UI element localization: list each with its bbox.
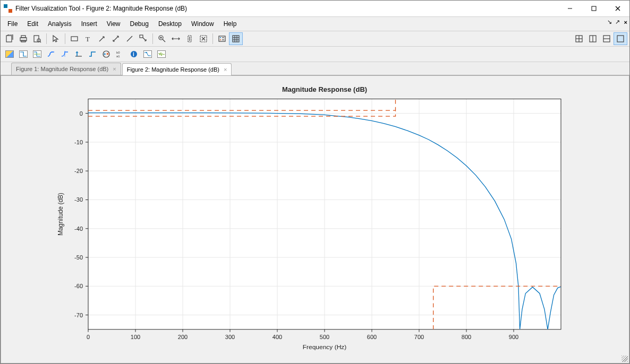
figure-toolbar: T — [1, 31, 629, 47]
svg-text:-20: -20 — [74, 168, 83, 174]
figure-tabbar: Figure 1: Magnitude Response (dB) × Figu… — [1, 62, 629, 75]
print-button[interactable] — [16, 32, 30, 45]
menubar: File Edit Analysis Insert View Debug Des… — [1, 17, 629, 31]
figure-tab-1-close-icon[interactable]: × — [113, 66, 116, 72]
svg-text:500: 500 — [320, 334, 329, 340]
svg-text:700: 700 — [414, 334, 424, 340]
figure-tab-2-close-icon[interactable]: × — [224, 66, 227, 73]
svg-rect-11 — [71, 37, 78, 41]
menu-view[interactable]: View — [102, 19, 125, 29]
svg-text:0: 0 — [80, 110, 83, 117]
filter-info-button[interactable]: i — [127, 48, 141, 60]
figure-tab-2[interactable]: Figure 2: Magnitude Response (dB) × — [122, 63, 232, 75]
menu-debug[interactable]: Debug — [125, 19, 154, 29]
tile-single-button[interactable] — [614, 32, 627, 45]
panel-close-icon[interactable]: × — [624, 19, 627, 25]
menu-insert[interactable]: Insert — [76, 19, 102, 29]
maximize-button[interactable] — [582, 1, 606, 16]
insert-double-arrow-button[interactable] — [109, 32, 123, 45]
figure-tab-1-label: Figure 1: Magnitude Response (dB) — [16, 66, 108, 72]
resize-grip-icon[interactable] — [622, 356, 628, 362]
svg-line-10 — [40, 41, 41, 42]
app-window: Filter Visualization Tool - Figure 2: Ma… — [0, 0, 630, 364]
dock-arrow-icon[interactable]: ↘ — [607, 19, 612, 25]
menu-edit[interactable]: Edit — [22, 19, 43, 29]
restore-view-button[interactable] — [197, 32, 210, 45]
svg-text:a1: a1 — [116, 55, 120, 58]
insert-arrow-button[interactable] — [95, 32, 109, 45]
grid-button[interactable] — [229, 32, 243, 45]
group-delay-button[interactable] — [44, 48, 58, 60]
insert-line-button[interactable] — [123, 32, 137, 45]
new-figure-button[interactable] — [3, 32, 16, 45]
print-preview-button[interactable] — [30, 32, 44, 45]
svg-text:-40: -40 — [74, 226, 83, 232]
svg-line-15 — [127, 36, 132, 41]
step-button[interactable] — [86, 48, 99, 60]
titlebar: Filter Visualization Tool - Figure 2: Ma… — [1, 1, 629, 17]
svg-text:300: 300 — [225, 334, 235, 340]
phase-delay-button[interactable] — [58, 48, 72, 60]
menu-file[interactable]: File — [3, 19, 22, 29]
menu-help[interactable]: Help — [219, 19, 242, 29]
mag-phase-button[interactable] — [30, 48, 44, 60]
pointer-button[interactable] — [49, 32, 63, 45]
analysis-toolbar: b0a1 i — [1, 47, 629, 62]
svg-text:Magnitude Response (dB): Magnitude Response (dB) — [282, 85, 367, 93]
zoom-x-button[interactable] — [169, 32, 183, 45]
svg-text:600: 600 — [367, 334, 377, 340]
coefficients-button[interactable]: b0a1 — [113, 48, 127, 60]
app-icon — [4, 4, 12, 13]
svg-rect-16 — [140, 35, 143, 38]
svg-point-44 — [52, 51, 53, 53]
magnitude-est-button[interactable] — [141, 48, 155, 60]
zoom-in-button[interactable] — [155, 32, 169, 45]
legend-button[interactable] — [215, 32, 229, 45]
svg-text:800: 800 — [462, 334, 471, 340]
svg-rect-6 — [21, 36, 25, 38]
svg-point-43 — [49, 54, 50, 55]
undock-arrow-icon[interactable]: ↗ — [615, 19, 620, 25]
tile-top-bottom-button[interactable] — [600, 32, 614, 45]
tile-left-right-button[interactable] — [586, 32, 600, 45]
close-button[interactable] — [606, 1, 629, 16]
impulse-button[interactable] — [72, 48, 86, 60]
noise-button[interactable] — [155, 48, 168, 60]
svg-rect-1 — [592, 6, 596, 11]
window-title: Filter Visualization Tool - Figure 2: Ma… — [15, 5, 558, 12]
svg-text:b0: b0 — [116, 51, 120, 54]
svg-text:-10: -10 — [74, 139, 83, 145]
menu-window[interactable]: Window — [186, 19, 219, 29]
svg-point-54 — [146, 52, 147, 53]
svg-line-13 — [99, 37, 104, 41]
tile-button[interactable] — [572, 32, 586, 45]
figure-tab-1[interactable]: Figure 1: Magnitude Response (dB) × — [11, 63, 121, 75]
plot-canvas[interactable]: 0100200300400500600700800900-70-60-50-40… — [1, 75, 629, 363]
menu-analysis[interactable]: Analysis — [43, 19, 76, 29]
svg-text:-60: -60 — [74, 283, 83, 289]
figure-tab-2-label: Figure 2: Magnitude Response (dB) — [127, 66, 219, 73]
svg-text:T: T — [86, 35, 90, 43]
insert-text-button[interactable]: T — [81, 32, 95, 45]
zoom-y-button[interactable] — [183, 32, 197, 45]
insert-rectangle-button[interactable] — [67, 32, 81, 45]
svg-text:-70: -70 — [74, 312, 83, 318]
svg-text:900: 900 — [509, 334, 518, 340]
svg-line-14 — [113, 36, 118, 41]
svg-text:100: 100 — [131, 334, 140, 340]
phase-button[interactable] — [16, 48, 30, 60]
svg-text:Magnitude (dB): Magnitude (dB) — [57, 193, 64, 236]
magnitude-button[interactable] — [3, 48, 16, 60]
plot-svg: 0100200300400500600700800900-70-60-50-40… — [3, 78, 627, 361]
menu-desktop[interactable]: Desktop — [154, 19, 186, 29]
svg-text:-30: -30 — [74, 196, 83, 203]
polezero-button[interactable] — [99, 48, 113, 60]
svg-text:0: 0 — [87, 334, 90, 340]
insert-text-arrow-button[interactable] — [137, 32, 150, 45]
svg-text:-50: -50 — [74, 254, 83, 261]
svg-text:i: i — [133, 51, 134, 57]
minimize-button[interactable] — [558, 1, 582, 16]
svg-line-17 — [143, 38, 146, 41]
svg-line-19 — [163, 39, 165, 42]
svg-text:Frequency (Hz): Frequency (Hz) — [303, 343, 347, 351]
